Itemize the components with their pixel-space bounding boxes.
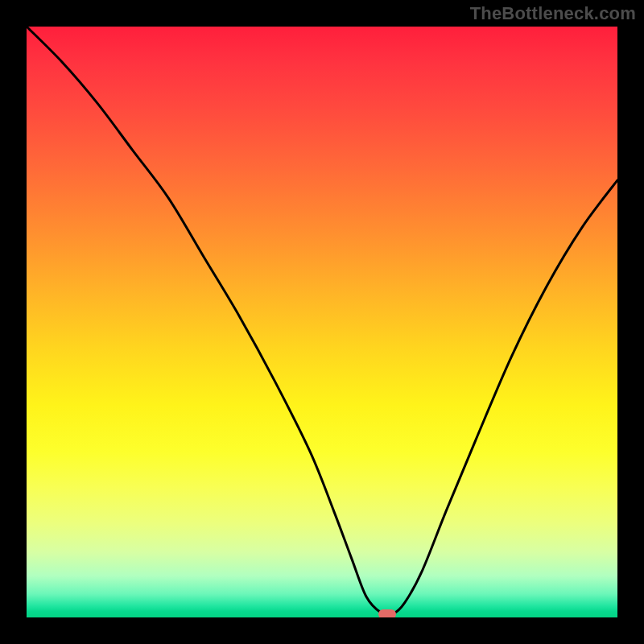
watermark-text: TheBottleneck.com [470,3,636,24]
bottleneck-curve [27,27,617,617]
chart-frame: TheBottleneck.com [0,0,644,644]
minimum-marker [378,609,396,617]
plot-area [27,27,617,617]
